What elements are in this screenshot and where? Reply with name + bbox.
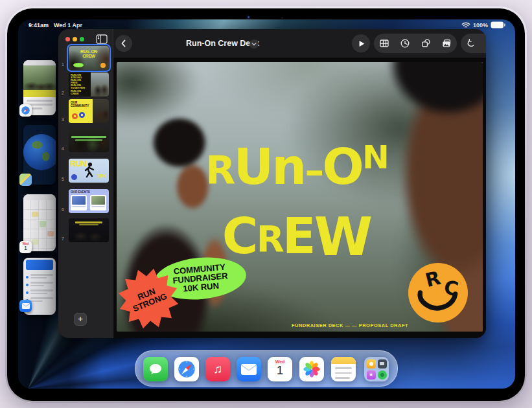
fitness-mini-icon (378, 370, 387, 380)
slide-thumbnail-7[interactable] (69, 218, 109, 242)
slide-canvas: RUn–ON CREW COMMUNITY FUNDRAISER 10K RUN (113, 58, 486, 338)
dock-app-photos[interactable] (299, 357, 324, 381)
chart-icon (400, 38, 410, 49)
slide-thumbnail-2[interactable]: RUN-ON STRONG RUN-ON FREE RUN-ON TOGETHE… (69, 73, 109, 96)
chevron-down-icon (251, 42, 257, 46)
slide-thumbnail-4[interactable] (69, 128, 109, 152)
shapes-icon (421, 38, 431, 49)
slide-thumbnail-3[interactable]: OUR COMMUNITY (69, 99, 109, 123)
undo-button[interactable] (466, 38, 476, 49)
battery-percent: 100% (473, 22, 488, 28)
thumb5-logo (71, 174, 77, 180)
thumb3-title: OUR COMMUNITY (71, 101, 89, 108)
format-brush-button[interactable] (486, 38, 487, 49)
insert-tools-group (374, 34, 457, 53)
paintbrush-icon (486, 38, 487, 49)
chevron-left-icon (119, 38, 129, 49)
media-button[interactable] (441, 38, 452, 49)
table-button[interactable] (379, 38, 389, 49)
status-time: 9:41am (29, 22, 49, 28)
slide-caption[interactable]: FUNDRAISER DECK — — PROPOSAL DRAFT (285, 323, 415, 328)
dock-app-safari[interactable] (174, 357, 199, 381)
slide-navigator: 1 RUn–ON CREW (58, 29, 113, 338)
thumb1-oval-badge (73, 63, 84, 67)
slide-number: 2 (62, 91, 68, 95)
dock-app-mail[interactable] (237, 357, 261, 381)
smiley-letter-c: C (442, 276, 460, 300)
sidebar-toggle-icon[interactable] (96, 34, 108, 44)
slide-thumbnail-6[interactable]: OUR EVENTS (69, 189, 109, 213)
slide-thumbnail-1-selected[interactable]: RUn–ON CREW (67, 44, 111, 72)
messages-bubble-icon (148, 362, 163, 376)
slide-number: 4 (62, 146, 68, 151)
undo-icon (466, 38, 476, 49)
dock-app-calendar[interactable]: Wed 1 (268, 357, 292, 381)
thumb2-text: RUN-ON STRONG RUN-ON FREE RUN-ON TOGETHE… (71, 74, 85, 95)
thumb1-smiley-badge (100, 63, 106, 68)
webpage-banner (23, 90, 56, 97)
play-icon (357, 40, 365, 48)
document-title[interactable]: Run-On Crew Deck (186, 39, 259, 48)
calendar-mini-icon[interactable]: Wed 1 (19, 241, 32, 253)
ipad-screen: 9:41am Wed 1 Apr 100% (18, 19, 515, 389)
thumb6-title: OUR EVENTS (71, 190, 90, 194)
maps-globe (23, 134, 56, 170)
play-button[interactable] (352, 34, 370, 52)
dock: ♫ Wed 1 (135, 350, 398, 387)
chart-button[interactable] (400, 38, 410, 49)
dock-app-messages[interactable] (143, 357, 168, 381)
ipad-device: 9:41am Wed 1 Apr 100% (5, 6, 527, 403)
calendar-header (23, 194, 56, 200)
media-icon (441, 38, 452, 49)
shapes-button[interactable] (421, 38, 431, 49)
itunes-store-mini-icon: ★ (367, 370, 376, 380)
music-note-icon: ♫ (213, 362, 222, 376)
safari-icon[interactable] (19, 104, 32, 117)
browser-chrome (23, 60, 56, 65)
mic-dot (281, 17, 283, 19)
photos-flower-icon (302, 359, 321, 379)
battery-icon (491, 21, 505, 28)
slide-number: 7 (62, 236, 68, 241)
dock-app-folder[interactable]: ★ (364, 357, 389, 381)
slide-number: 5 (62, 177, 68, 181)
window-minimize-button[interactable] (73, 37, 77, 41)
add-slide-button[interactable]: + (74, 313, 87, 326)
title-line-1: RUn–ON (117, 130, 476, 209)
webpage-hero-photo (23, 65, 56, 90)
thumb5-runner-silhouette (83, 162, 96, 179)
thumb5-10k-text: 10K (97, 173, 106, 179)
keynote-toolbar: Run-On Crew Deck (113, 29, 486, 58)
window-zoom-button[interactable] (80, 37, 84, 41)
document-menu-button[interactable] (249, 40, 259, 49)
edit-tools-group (461, 34, 486, 53)
utility-mini-icon (378, 359, 387, 368)
window-close-button[interactable] (65, 37, 70, 41)
calendar-mini-day: 1 (19, 245, 32, 251)
slide-number: 3 (62, 117, 68, 122)
rc-smiley-badge[interactable]: R C (408, 263, 468, 323)
oval-line-3: 10K RUN (183, 282, 220, 294)
table-icon (379, 38, 389, 49)
notes-header (331, 357, 356, 364)
slide-thumbnail-5[interactable]: RUN 10K (69, 159, 109, 183)
smiley-letter-r: R (423, 267, 443, 292)
current-slide[interactable]: RUn–ON CREW COMMUNITY FUNDRAISER 10K RUN (117, 62, 483, 332)
back-button[interactable] (115, 35, 132, 52)
slide-number: 6 (62, 207, 68, 212)
dock-app-music[interactable]: ♫ (205, 357, 230, 381)
safari-compass-icon (177, 359, 196, 379)
mail-envelope-icon (241, 364, 257, 375)
photo-backdrop: 9:41am Wed 1 Apr 100% (0, 0, 532, 408)
slide-title[interactable]: RUn–ON CREW (117, 130, 476, 278)
thumb1-title-line2: CREW (82, 54, 95, 58)
calendar-day: 1 (268, 364, 292, 376)
mail-selected-row (26, 260, 53, 270)
wifi-icon (461, 22, 470, 28)
mail-mini-icon[interactable] (19, 300, 32, 312)
tips-mini-icon (367, 359, 376, 368)
dock-app-notes[interactable] (331, 357, 356, 381)
maps-icon[interactable] (19, 174, 32, 186)
thumb1-title-line1: RUn–ON (80, 49, 97, 54)
status-date: Wed 1 Apr (54, 22, 82, 28)
